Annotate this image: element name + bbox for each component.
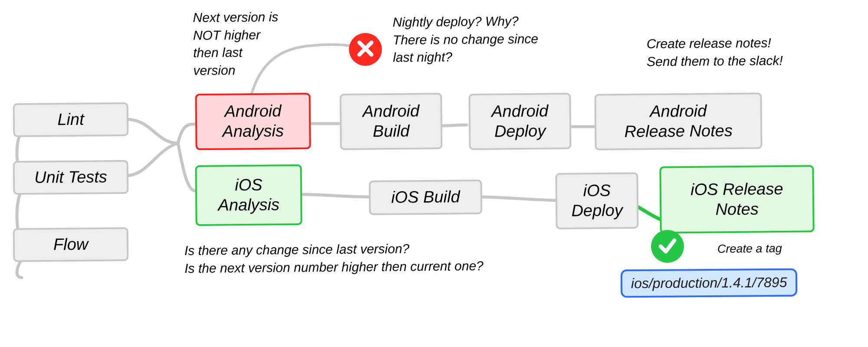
- node-label: Unit Tests: [34, 167, 107, 187]
- note-create-tag: Create a tag: [717, 240, 782, 257]
- node-ios-build: iOS Build: [369, 180, 483, 215]
- node-label: Lint: [57, 110, 84, 130]
- git-tag: ios/production/1.4.1/7895: [621, 268, 798, 298]
- node-label: Android Deploy: [491, 101, 549, 141]
- note-release-slack: Create release notes! Send them to the s…: [647, 34, 783, 71]
- note-version-fail: Next version is NOT higher then last ver…: [193, 8, 279, 79]
- node-ios-analysis: iOS Analysis: [195, 164, 302, 226]
- cross-icon: [355, 38, 376, 61]
- node-label: Android Release Notes: [624, 101, 733, 141]
- node-flow: Flow: [13, 227, 129, 262]
- node-label: iOS Build: [391, 187, 460, 208]
- fail-badge: [349, 33, 382, 66]
- node-android-analysis: Android Analysis: [195, 93, 311, 150]
- node-label: Android Analysis: [222, 101, 284, 141]
- node-label: Android Build: [362, 101, 420, 141]
- success-badge: [651, 230, 684, 263]
- node-ios-release: iOS Release Notes: [659, 165, 814, 233]
- check-icon: [657, 235, 678, 258]
- node-label: Flow: [53, 235, 89, 255]
- node-android-release: Android Release Notes: [594, 92, 762, 150]
- node-unit-tests: Unit Tests: [13, 160, 129, 195]
- node-label: iOS Deploy: [571, 181, 623, 221]
- node-label: iOS Release Notes: [690, 179, 783, 219]
- node-lint: Lint: [13, 102, 129, 137]
- git-tag-label: ios/production/1.4.1/7895: [631, 275, 787, 291]
- node-label: iOS Analysis: [218, 175, 279, 215]
- pipeline-diagram: Lint Unit Tests Flow Android Analysis An…: [0, 0, 868, 347]
- node-ios-deploy: iOS Deploy: [555, 172, 638, 229]
- node-android-build: Android Build: [339, 93, 442, 150]
- node-android-deploy: Android Deploy: [468, 93, 571, 150]
- note-analysis-q: Is there any change since last version? …: [184, 239, 483, 277]
- note-nightly: Nightly deploy? Why? There is no change …: [392, 13, 538, 66]
